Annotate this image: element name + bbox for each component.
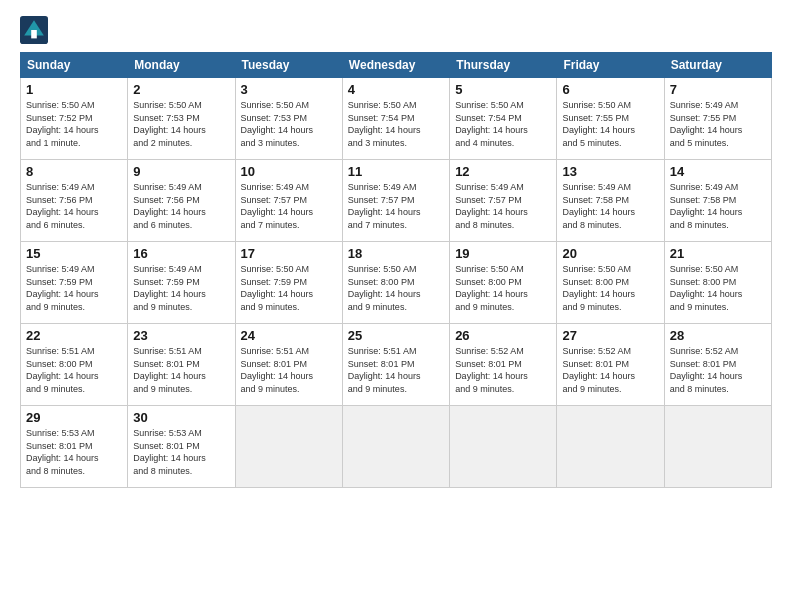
day-header-saturday: Saturday xyxy=(664,53,771,78)
day-info: Sunrise: 5:53 AM Sunset: 8:01 PM Dayligh… xyxy=(26,427,122,477)
logo-icon xyxy=(20,16,48,44)
calendar-day-cell: 27Sunrise: 5:52 AM Sunset: 8:01 PM Dayli… xyxy=(557,324,664,406)
calendar-day-cell: 9Sunrise: 5:49 AM Sunset: 7:56 PM Daylig… xyxy=(128,160,235,242)
day-info: Sunrise: 5:50 AM Sunset: 7:55 PM Dayligh… xyxy=(562,99,658,149)
day-info: Sunrise: 5:50 AM Sunset: 7:53 PM Dayligh… xyxy=(241,99,337,149)
day-number: 24 xyxy=(241,328,337,343)
day-number: 25 xyxy=(348,328,444,343)
calendar-day-cell: 10Sunrise: 5:49 AM Sunset: 7:57 PM Dayli… xyxy=(235,160,342,242)
calendar-day-cell: 11Sunrise: 5:49 AM Sunset: 7:57 PM Dayli… xyxy=(342,160,449,242)
calendar-day-cell: 30Sunrise: 5:53 AM Sunset: 8:01 PM Dayli… xyxy=(128,406,235,488)
calendar-day-cell: 3Sunrise: 5:50 AM Sunset: 7:53 PM Daylig… xyxy=(235,78,342,160)
day-info: Sunrise: 5:51 AM Sunset: 8:01 PM Dayligh… xyxy=(241,345,337,395)
day-header-sunday: Sunday xyxy=(21,53,128,78)
day-info: Sunrise: 5:50 AM Sunset: 7:52 PM Dayligh… xyxy=(26,99,122,149)
calendar-body: 1Sunrise: 5:50 AM Sunset: 7:52 PM Daylig… xyxy=(21,78,772,488)
day-number: 4 xyxy=(348,82,444,97)
day-header-friday: Friday xyxy=(557,53,664,78)
day-number: 18 xyxy=(348,246,444,261)
day-number: 23 xyxy=(133,328,229,343)
day-info: Sunrise: 5:49 AM Sunset: 7:59 PM Dayligh… xyxy=(26,263,122,313)
calendar-day-cell: 20Sunrise: 5:50 AM Sunset: 8:00 PM Dayli… xyxy=(557,242,664,324)
calendar-day-cell: 12Sunrise: 5:49 AM Sunset: 7:57 PM Dayli… xyxy=(450,160,557,242)
calendar-day-cell: 6Sunrise: 5:50 AM Sunset: 7:55 PM Daylig… xyxy=(557,78,664,160)
day-header-wednesday: Wednesday xyxy=(342,53,449,78)
calendar-day-cell: 24Sunrise: 5:51 AM Sunset: 8:01 PM Dayli… xyxy=(235,324,342,406)
logo xyxy=(20,16,52,44)
svg-rect-2 xyxy=(31,30,37,38)
calendar-week-row: 22Sunrise: 5:51 AM Sunset: 8:00 PM Dayli… xyxy=(21,324,772,406)
day-number: 17 xyxy=(241,246,337,261)
day-info: Sunrise: 5:52 AM Sunset: 8:01 PM Dayligh… xyxy=(670,345,766,395)
calendar-day-cell: 28Sunrise: 5:52 AM Sunset: 8:01 PM Dayli… xyxy=(664,324,771,406)
calendar-day-cell: 4Sunrise: 5:50 AM Sunset: 7:54 PM Daylig… xyxy=(342,78,449,160)
day-info: Sunrise: 5:50 AM Sunset: 7:54 PM Dayligh… xyxy=(348,99,444,149)
calendar-table: SundayMondayTuesdayWednesdayThursdayFrid… xyxy=(20,52,772,488)
calendar-day-cell: 26Sunrise: 5:52 AM Sunset: 8:01 PM Dayli… xyxy=(450,324,557,406)
day-info: Sunrise: 5:50 AM Sunset: 8:00 PM Dayligh… xyxy=(455,263,551,313)
day-info: Sunrise: 5:49 AM Sunset: 7:57 PM Dayligh… xyxy=(455,181,551,231)
day-info: Sunrise: 5:49 AM Sunset: 7:56 PM Dayligh… xyxy=(26,181,122,231)
day-number: 21 xyxy=(670,246,766,261)
calendar-day-cell xyxy=(557,406,664,488)
day-info: Sunrise: 5:50 AM Sunset: 8:00 PM Dayligh… xyxy=(348,263,444,313)
day-number: 28 xyxy=(670,328,766,343)
day-number: 1 xyxy=(26,82,122,97)
day-info: Sunrise: 5:50 AM Sunset: 8:00 PM Dayligh… xyxy=(670,263,766,313)
day-number: 27 xyxy=(562,328,658,343)
calendar-day-cell: 22Sunrise: 5:51 AM Sunset: 8:00 PM Dayli… xyxy=(21,324,128,406)
calendar-day-cell: 14Sunrise: 5:49 AM Sunset: 7:58 PM Dayli… xyxy=(664,160,771,242)
day-info: Sunrise: 5:49 AM Sunset: 7:57 PM Dayligh… xyxy=(241,181,337,231)
calendar-day-cell: 21Sunrise: 5:50 AM Sunset: 8:00 PM Dayli… xyxy=(664,242,771,324)
day-number: 16 xyxy=(133,246,229,261)
day-info: Sunrise: 5:49 AM Sunset: 7:56 PM Dayligh… xyxy=(133,181,229,231)
day-number: 12 xyxy=(455,164,551,179)
day-header-monday: Monday xyxy=(128,53,235,78)
day-number: 22 xyxy=(26,328,122,343)
page-header xyxy=(20,16,772,44)
day-number: 7 xyxy=(670,82,766,97)
day-info: Sunrise: 5:53 AM Sunset: 8:01 PM Dayligh… xyxy=(133,427,229,477)
calendar-day-cell: 1Sunrise: 5:50 AM Sunset: 7:52 PM Daylig… xyxy=(21,78,128,160)
day-info: Sunrise: 5:52 AM Sunset: 8:01 PM Dayligh… xyxy=(562,345,658,395)
day-number: 15 xyxy=(26,246,122,261)
day-info: Sunrise: 5:49 AM Sunset: 7:58 PM Dayligh… xyxy=(670,181,766,231)
calendar-day-cell: 19Sunrise: 5:50 AM Sunset: 8:00 PM Dayli… xyxy=(450,242,557,324)
day-info: Sunrise: 5:51 AM Sunset: 8:00 PM Dayligh… xyxy=(26,345,122,395)
calendar-week-row: 29Sunrise: 5:53 AM Sunset: 8:01 PM Dayli… xyxy=(21,406,772,488)
day-header-thursday: Thursday xyxy=(450,53,557,78)
calendar-header-row: SundayMondayTuesdayWednesdayThursdayFrid… xyxy=(21,53,772,78)
day-number: 6 xyxy=(562,82,658,97)
calendar-day-cell: 7Sunrise: 5:49 AM Sunset: 7:55 PM Daylig… xyxy=(664,78,771,160)
calendar-day-cell: 25Sunrise: 5:51 AM Sunset: 8:01 PM Dayli… xyxy=(342,324,449,406)
calendar-day-cell xyxy=(450,406,557,488)
day-info: Sunrise: 5:50 AM Sunset: 7:53 PM Dayligh… xyxy=(133,99,229,149)
day-number: 20 xyxy=(562,246,658,261)
day-number: 9 xyxy=(133,164,229,179)
day-number: 14 xyxy=(670,164,766,179)
day-number: 8 xyxy=(26,164,122,179)
day-number: 3 xyxy=(241,82,337,97)
day-number: 10 xyxy=(241,164,337,179)
calendar-week-row: 1Sunrise: 5:50 AM Sunset: 7:52 PM Daylig… xyxy=(21,78,772,160)
calendar-day-cell: 8Sunrise: 5:49 AM Sunset: 7:56 PM Daylig… xyxy=(21,160,128,242)
calendar-day-cell xyxy=(664,406,771,488)
calendar-day-cell: 17Sunrise: 5:50 AM Sunset: 7:59 PM Dayli… xyxy=(235,242,342,324)
day-header-tuesday: Tuesday xyxy=(235,53,342,78)
day-info: Sunrise: 5:50 AM Sunset: 7:59 PM Dayligh… xyxy=(241,263,337,313)
day-info: Sunrise: 5:49 AM Sunset: 7:59 PM Dayligh… xyxy=(133,263,229,313)
day-info: Sunrise: 5:49 AM Sunset: 7:57 PM Dayligh… xyxy=(348,181,444,231)
day-info: Sunrise: 5:49 AM Sunset: 7:55 PM Dayligh… xyxy=(670,99,766,149)
day-info: Sunrise: 5:52 AM Sunset: 8:01 PM Dayligh… xyxy=(455,345,551,395)
calendar-day-cell: 29Sunrise: 5:53 AM Sunset: 8:01 PM Dayli… xyxy=(21,406,128,488)
day-info: Sunrise: 5:50 AM Sunset: 8:00 PM Dayligh… xyxy=(562,263,658,313)
day-number: 29 xyxy=(26,410,122,425)
calendar-day-cell: 13Sunrise: 5:49 AM Sunset: 7:58 PM Dayli… xyxy=(557,160,664,242)
calendar-day-cell xyxy=(235,406,342,488)
calendar-day-cell: 2Sunrise: 5:50 AM Sunset: 7:53 PM Daylig… xyxy=(128,78,235,160)
day-info: Sunrise: 5:51 AM Sunset: 8:01 PM Dayligh… xyxy=(348,345,444,395)
calendar-day-cell: 15Sunrise: 5:49 AM Sunset: 7:59 PM Dayli… xyxy=(21,242,128,324)
day-info: Sunrise: 5:49 AM Sunset: 7:58 PM Dayligh… xyxy=(562,181,658,231)
calendar-week-row: 8Sunrise: 5:49 AM Sunset: 7:56 PM Daylig… xyxy=(21,160,772,242)
day-info: Sunrise: 5:51 AM Sunset: 8:01 PM Dayligh… xyxy=(133,345,229,395)
